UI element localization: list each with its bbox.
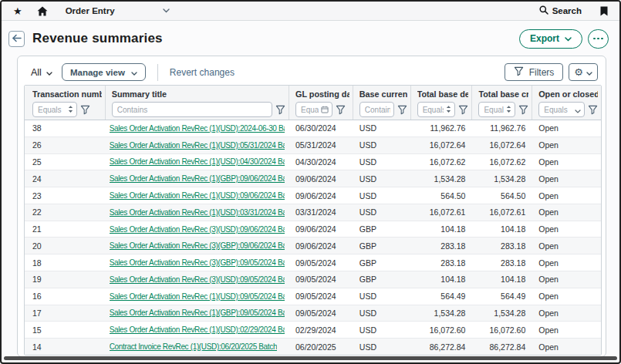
column-label[interactable]: Base currency	[359, 89, 407, 99]
funnel-icon[interactable]	[518, 105, 528, 115]
home-icon[interactable]	[37, 6, 48, 16]
column-label[interactable]: Total base debit	[417, 89, 469, 99]
cell-total-base-debit: 564.50	[411, 187, 473, 204]
back-button[interactable]	[8, 31, 25, 47]
total-base-credit-filter-select[interactable]: Equals	[478, 102, 515, 117]
summary-title-link[interactable]: Sales Order Activation RevRec (1)(GBP):0…	[110, 308, 285, 317]
cell-transaction-number: 25	[25, 154, 106, 170]
export-button-label: Export	[530, 33, 559, 44]
summary-title-link[interactable]: Sales Order Activation RevRec (1)(USD):2…	[110, 124, 285, 133]
column-header-gl-posting-date: GL posting date Equals	[289, 86, 353, 120]
funnel-icon[interactable]	[336, 105, 346, 115]
summary-title-link[interactable]: Sales Order Activation RevRec (1)(GBP):0…	[110, 174, 285, 183]
column-label[interactable]: Summary title	[112, 89, 285, 99]
table-row: 38 Sales Order Activation RevRec (1)(USD…	[25, 120, 601, 136]
global-search[interactable]: Search	[539, 5, 582, 16]
summary-title-link[interactable]: Sales Order Activation RevRec (1)(USD):0…	[110, 325, 285, 334]
summary-title-link[interactable]: Sales Order Activation RevRec (1)(USD):0…	[110, 141, 285, 150]
cell-total-base-credit: 11,962.76	[472, 120, 532, 136]
app-menu-dropdown[interactable]: Order Entry	[66, 6, 170, 15]
funnel-icon[interactable]	[397, 105, 407, 115]
cell-gl-posting-date: 09/05/2024	[289, 288, 353, 305]
table-row: 22 Sales Order Activation RevRec (1)(USD…	[25, 204, 601, 221]
summary-title-link[interactable]: Sales Order Activation RevRec (3)(USD):0…	[110, 225, 285, 234]
cell-base-currency: USD	[353, 204, 411, 221]
filters-button[interactable]: Filters	[505, 63, 564, 81]
table-row: 16 Sales Order Activation RevRec (1)(USD…	[25, 288, 601, 305]
funnel-icon[interactable]	[80, 105, 90, 115]
total-base-debit-filter-select[interactable]: Equals	[417, 102, 456, 117]
bookmark-icon[interactable]	[600, 6, 608, 16]
cell-total-base-debit: 1,534.28	[411, 305, 473, 322]
summary-title-link[interactable]: Sales Order Activation RevRec (1)(USD):0…	[110, 191, 285, 200]
summary-title-link[interactable]: Sales Order Activation RevRec (3)(GBP):0…	[110, 241, 285, 250]
column-label[interactable]: GL posting date	[295, 89, 349, 99]
favorites-star-icon[interactable]: ★	[13, 6, 22, 16]
cell-summary-title: Sales Order Activation RevRec (1)(USD):0…	[106, 154, 289, 170]
cell-base-currency: GBP	[353, 221, 411, 238]
list-settings-button[interactable]: ⚙	[569, 63, 598, 81]
gl-posting-date-filter-input[interactable]: Equals	[295, 102, 332, 117]
summary-title-link[interactable]: Sales Order Activation RevRec (3)(USD):0…	[110, 275, 285, 284]
column-label[interactable]: Transaction number	[32, 89, 102, 99]
summary-title-link[interactable]: Contract Invoice RevRec (1)(USD):06/20/2…	[110, 342, 277, 351]
cell-open-or-closed: Open	[532, 154, 601, 170]
cell-total-base-debit: 283.18	[411, 238, 473, 254]
cell-summary-title: Sales Order Activation RevRec (3)(GBP):0…	[106, 238, 289, 254]
summary-title-link[interactable]: Sales Order Activation RevRec (1)(USD):0…	[110, 157, 285, 166]
app-window: ★ Order Entry Search	[0, 0, 621, 364]
summary-title-link[interactable]: Sales Order Activation RevRec (1)(USD):0…	[110, 208, 285, 217]
search-icon	[539, 5, 548, 16]
funnel-icon[interactable]	[458, 105, 468, 115]
cell-gl-posting-date: 09/05/2024	[289, 305, 353, 322]
cell-total-base-debit: 86,272.84	[411, 339, 473, 355]
cell-open-or-closed: Open	[532, 238, 601, 254]
ellipsis-icon	[593, 38, 596, 40]
chevron-down-icon	[131, 68, 137, 77]
horizontal-scrollbar[interactable]	[4, 356, 617, 360]
revert-changes-link[interactable]: Revert changes	[170, 67, 235, 78]
cell-total-base-debit: 11,962.76	[411, 120, 473, 136]
gear-icon: ⚙	[574, 67, 583, 77]
column-label[interactable]: Total base credit	[478, 89, 528, 99]
view-selector[interactable]: All	[31, 67, 52, 78]
column-label[interactable]: Open or closed	[538, 89, 598, 99]
updown-arrows-icon	[68, 103, 73, 116]
column-header-total-base-credit: Total base credit Equals	[472, 86, 532, 120]
cell-total-base-debit: 16,072.64	[411, 137, 473, 153]
cell-total-base-credit: 16,072.61	[472, 204, 532, 221]
table-header: Transaction number Equals	[25, 86, 601, 120]
summary-title-link[interactable]: Sales Order Activation RevRec (3)(GBP):0…	[110, 258, 285, 267]
cell-summary-title: Sales Order Activation RevRec (3)(GBP):0…	[106, 254, 289, 271]
funnel-icon	[514, 66, 524, 79]
export-button[interactable]: Export	[519, 29, 582, 49]
cell-gl-posting-date: 06/30/2024	[289, 120, 353, 136]
more-options-button[interactable]	[588, 29, 609, 49]
table-row: 14 Contract Invoice RevRec (1)(USD):06/2…	[25, 338, 601, 355]
funnel-icon[interactable]	[275, 105, 285, 115]
topbar-right-group: Search	[539, 5, 608, 16]
cell-total-base-credit: 564.49	[472, 288, 532, 305]
base-currency-filter-input[interactable]: Contains	[359, 102, 394, 117]
cell-total-base-credit: 16,072.62	[472, 154, 532, 170]
cell-total-base-credit: 104.18	[472, 221, 532, 238]
cell-transaction-number: 19	[25, 271, 106, 288]
manage-view-button[interactable]: Manage view	[62, 63, 146, 81]
cell-transaction-number: 14	[25, 339, 106, 355]
cell-total-base-credit: 283.18	[472, 254, 532, 271]
summary-title-filter-input[interactable]: Contains	[112, 102, 272, 117]
summary-title-link[interactable]: Sales Order Activation RevRec (1)(USD):0…	[110, 292, 285, 301]
cell-total-base-credit: 1,534.28	[472, 305, 532, 322]
cell-total-base-debit: 283.18	[411, 254, 473, 271]
cell-open-or-closed: Open	[532, 120, 601, 136]
open-or-closed-filter-select[interactable]: Equals	[538, 102, 585, 117]
cell-gl-posting-date: 06/20/2025	[289, 339, 353, 355]
cell-total-base-debit: 16,072.61	[411, 204, 473, 221]
funnel-icon[interactable]	[588, 105, 598, 115]
cell-gl-posting-date: 09/06/2024	[289, 238, 353, 254]
column-header-total-base-debit: Total base debit Equals	[411, 86, 473, 120]
cell-summary-title: Sales Order Activation RevRec (1)(USD):2…	[106, 120, 289, 136]
transaction-number-filter-select[interactable]: Equals	[32, 102, 77, 117]
cell-total-base-credit: 564.50	[472, 187, 532, 204]
cell-transaction-number: 38	[25, 120, 106, 136]
